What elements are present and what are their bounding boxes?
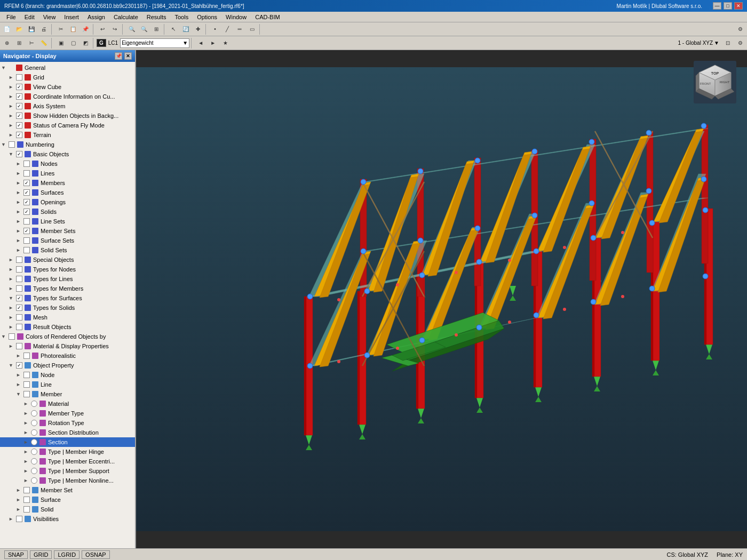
tb2-meas[interactable]: 📏 [38,37,50,49]
expand-icon[interactable]: ► [16,507,22,512]
checkbox[interactable] [16,257,22,263]
tb-rotate[interactable]: 🔄 [180,23,192,35]
expand-icon[interactable]: ► [23,439,30,445]
tree-item[interactable]: ►Result Objects [0,322,135,332]
tb-node[interactable]: • [209,23,221,35]
expand-icon[interactable]: ► [23,459,30,464]
tree-item[interactable]: ►Lines [0,169,135,178]
checkbox[interactable]: ✓ [23,228,30,234]
maximize-button[interactable]: □ [724,2,732,10]
tree-item[interactable]: ►Type | Member Eccentri... [0,457,135,466]
expand-icon[interactable]: ► [23,411,30,416]
checkbox[interactable]: ✓ [16,305,22,311]
tb-copy[interactable]: 📋 [67,23,79,35]
tb-zoom-in[interactable]: 🔍 [126,23,138,35]
checkbox[interactable]: ✓ [16,84,22,90]
checkbox[interactable]: ✓ [16,122,22,129]
tree-item[interactable]: ►Member Type [0,409,135,418]
menu-edit[interactable]: Edit [20,13,39,21]
radio-button[interactable] [31,401,37,407]
tree-item[interactable]: ►✓Coordinate Information on Cu... [0,92,135,101]
checkbox[interactable] [16,516,22,522]
tb-move[interactable]: ✚ [192,23,204,35]
tree-item[interactable]: ►✓Solids [0,207,135,217]
expand-icon[interactable]: ► [9,113,15,118]
expand-icon[interactable]: ► [9,94,15,99]
checkbox[interactable] [23,487,30,493]
tb2-display[interactable]: ⊡ [722,37,734,49]
tb2-snap[interactable]: ⊕ [1,37,13,49]
expand-icon[interactable]: ▼ [16,391,22,397]
expand-icon[interactable]: ► [16,171,22,176]
checkbox[interactable]: ✓ [23,199,30,205]
tree-item[interactable]: ►Solid Sets [0,245,135,255]
checkbox[interactable] [23,391,30,397]
tree-item[interactable]: ►Visibilities [0,514,135,524]
expand-icon[interactable]: ► [16,382,22,387]
tree-item[interactable]: ►✓Show Hidden Objects in Backg... [0,111,135,121]
expand-icon[interactable]: ► [9,286,15,291]
expand-icon[interactable]: ► [9,267,15,272]
tree-item[interactable]: ►Member Set [0,485,135,495]
checkbox[interactable] [16,343,22,349]
checkbox[interactable]: ✓ [16,295,22,301]
menu-cadbim[interactable]: CAD-BIM [251,13,284,21]
tree-item[interactable]: ►Line [0,380,135,389]
nav-close[interactable]: ✕ [124,52,132,60]
tree-item[interactable]: ►Type | Member Hinge [0,447,135,457]
tb2-prev-lc[interactable]: ◄ [195,37,206,49]
menu-results[interactable]: Results [142,13,171,21]
lgrid-button[interactable]: LGRID [54,550,80,559]
tree-item[interactable]: ►Grid [0,73,135,82]
tb-zoom-out[interactable]: 🔍 [138,23,150,35]
tree-item[interactable]: ►✓Members [0,178,135,188]
radio-button[interactable] [31,449,37,455]
tree-item[interactable]: ►Type | Member Support [0,466,135,476]
menu-calculate[interactable]: Calculate [109,13,142,21]
expand-icon[interactable]: ► [9,324,15,330]
expand-icon[interactable]: ► [9,75,15,80]
tb-undo[interactable]: ↩ [97,23,108,35]
tree-item[interactable]: ▼✓Object Property [0,361,135,370]
expand-icon[interactable]: ► [9,276,15,282]
checkbox[interactable]: ✓ [16,93,22,100]
expand-icon[interactable]: ► [16,247,22,253]
menu-options[interactable]: Options [193,13,221,21]
checkbox[interactable] [16,285,22,292]
expand-icon[interactable]: ► [16,219,22,224]
checkbox[interactable] [23,161,30,167]
checkbox[interactable] [23,497,30,503]
tb-zoom-all[interactable]: ⊞ [150,23,162,35]
tb2-options[interactable]: ⚙ [734,37,746,49]
tree-item[interactable]: ►✓Openings [0,197,135,207]
tree-item[interactable]: ►Material [0,399,135,409]
radio-button[interactable] [31,410,37,417]
expand-icon[interactable]: ▼ [1,334,7,339]
checkbox[interactable] [23,218,30,225]
osnap-button[interactable]: OSNAP [82,550,110,559]
tb2-view-3d[interactable]: ◩ [80,37,91,49]
expand-icon[interactable]: ► [16,238,22,243]
radio-button[interactable] [31,420,37,426]
tree-item[interactable]: ▼Colors of Rendered Objects by [0,332,135,341]
expand-icon[interactable]: ► [16,190,22,195]
checkbox[interactable]: ✓ [16,103,22,109]
expand-icon[interactable]: ► [9,257,15,262]
checkbox[interactable] [9,141,15,148]
radio-button[interactable] [31,429,37,436]
tree-item[interactable]: ►Material & Display Properties [0,341,135,351]
checkbox[interactable] [23,372,30,378]
checkbox[interactable] [23,353,30,359]
tb2-lc-settings[interactable]: ★ [219,37,231,49]
tree-item[interactable]: ►Line Sets [0,217,135,226]
tree-item[interactable]: ►Mesh [0,313,135,322]
expand-icon[interactable]: ► [16,161,22,166]
menu-window[interactable]: Window [221,13,251,21]
tb-paste[interactable]: 📌 [80,23,91,35]
expand-icon[interactable]: ► [9,343,15,349]
tb-open[interactable]: 📂 [13,23,25,35]
menu-tools[interactable]: Tools [170,13,193,21]
minimize-button[interactable]: — [713,2,721,10]
expand-icon[interactable]: ▼ [9,363,15,368]
expand-icon[interactable]: ► [9,84,15,90]
